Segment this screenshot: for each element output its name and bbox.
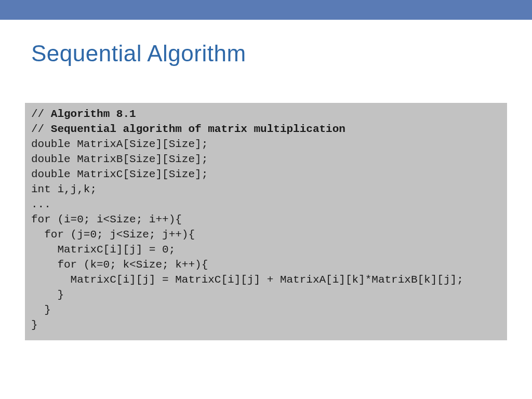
code-line: double MatrixB[Size][Size]; [31,153,208,165]
code-line: double MatrixC[Size][Size]; [31,168,208,180]
code-comment-bold: Sequential algorithm of matrix multiplic… [51,123,345,135]
code-line: MatrixC[i][j] = 0; [31,244,175,256]
code-line: } [31,319,38,331]
code-line: ... [31,198,51,210]
slide-title: Sequential Algorithm [31,41,532,66]
code-line: double MatrixA[Size][Size]; [31,138,208,150]
code-line: MatrixC[i][j] = MatrixC[i][j] + MatrixA[… [31,274,463,286]
code-comment-bold: Algorithm 8.1 [51,108,136,120]
code-line: for (j=0; j<Size; j++){ [31,229,195,241]
code-comment-prefix: // [31,108,51,120]
code-line: int i,j,k; [31,183,97,195]
code-block: // Algorithm 8.1 // Sequential algorithm… [25,103,507,340]
code-line: } [31,289,64,301]
top-decoration-bar [0,0,532,20]
code-comment-prefix: // [31,123,51,135]
code-line: } [31,304,51,316]
code-line: for (k=0; k<Size; k++){ [31,259,208,271]
code-line: for (i=0; i<Size; i++){ [31,214,182,225]
